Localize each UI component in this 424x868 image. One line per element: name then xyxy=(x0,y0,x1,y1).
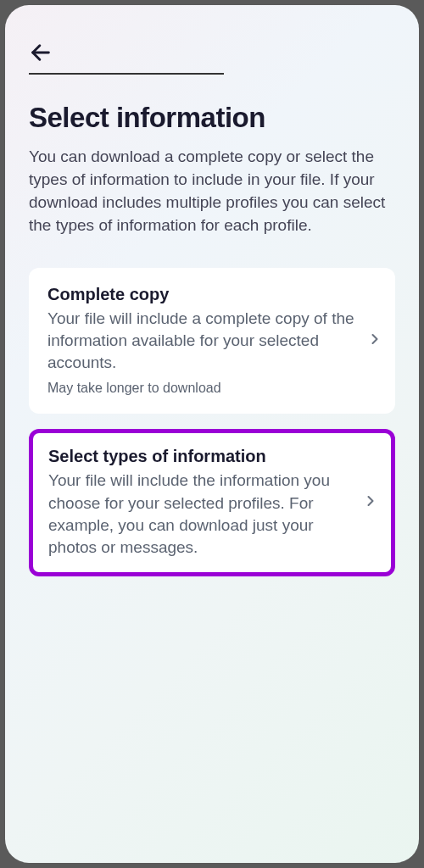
option-select-types[interactable]: Select types of information Your file wi… xyxy=(29,429,395,576)
option-description: Your file will include a complete copy o… xyxy=(47,308,356,375)
chevron-right-icon xyxy=(362,492,379,513)
arrow-left-icon xyxy=(29,41,53,64)
option-title: Select types of information xyxy=(48,447,355,466)
page-description: You can download a complete copy or sele… xyxy=(29,146,395,237)
page-title: Select information xyxy=(29,102,395,134)
main-content: Select information You can download a co… xyxy=(5,81,419,576)
app-screen: Select information You can download a co… xyxy=(5,5,419,863)
option-note: May take longer to download xyxy=(47,380,356,398)
option-title: Complete copy xyxy=(47,285,356,304)
option-description: Your file will include the information y… xyxy=(48,470,355,559)
option-complete-copy[interactable]: Complete copy Your file will include a c… xyxy=(29,268,395,414)
header-row xyxy=(5,20,419,81)
progress-indicator xyxy=(29,73,224,75)
back-button[interactable] xyxy=(29,37,59,68)
chevron-right-icon xyxy=(366,331,383,351)
